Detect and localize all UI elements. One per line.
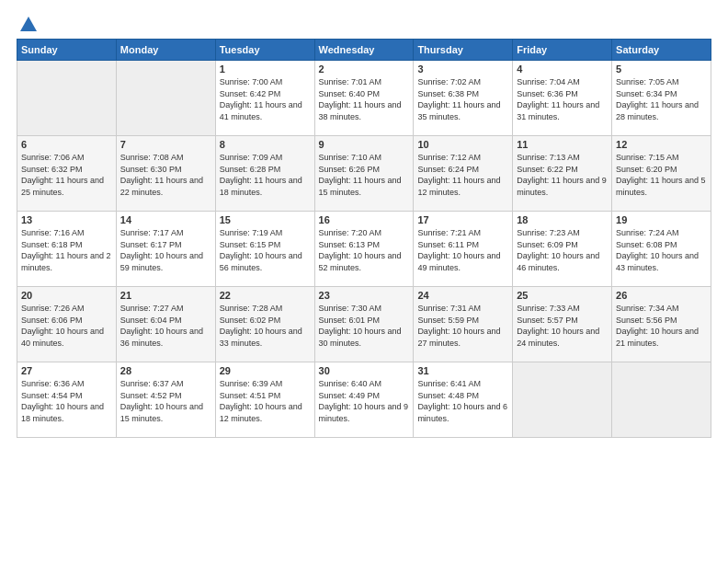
calendar-cell: 21Sunrise: 7:27 AM Sunset: 6:04 PM Dayli…: [116, 287, 215, 362]
calendar-cell: 14Sunrise: 7:17 AM Sunset: 6:17 PM Dayli…: [116, 212, 215, 287]
day-number: 13: [21, 214, 112, 225]
day-number: 10: [417, 139, 508, 150]
day-info: Sunrise: 7:05 AM Sunset: 6:34 PM Dayligh…: [616, 76, 707, 122]
calendar-cell: 15Sunrise: 7:19 AM Sunset: 6:15 PM Dayli…: [215, 212, 314, 287]
day-info: Sunrise: 7:21 AM Sunset: 6:11 PM Dayligh…: [417, 227, 508, 273]
calendar-cell: 19Sunrise: 7:24 AM Sunset: 6:08 PM Dayli…: [612, 212, 711, 287]
day-number: 3: [417, 63, 508, 75]
day-of-week-header: Saturday: [612, 40, 711, 61]
calendar-week-row: 1Sunrise: 7:00 AM Sunset: 6:42 PM Daylig…: [17, 61, 711, 136]
day-info: Sunrise: 7:24 AM Sunset: 6:08 PM Dayligh…: [616, 227, 707, 273]
day-info: Sunrise: 6:37 AM Sunset: 4:52 PM Dayligh…: [120, 378, 211, 424]
calendar-header-row: SundayMondayTuesdayWednesdayThursdayFrid…: [17, 40, 711, 61]
day-number: 5: [616, 63, 707, 75]
day-number: 6: [21, 139, 112, 150]
day-info: Sunrise: 7:02 AM Sunset: 6:38 PM Dayligh…: [417, 76, 508, 122]
calendar-cell: 30Sunrise: 6:40 AM Sunset: 4:49 PM Dayli…: [314, 362, 414, 438]
calendar-cell: 6Sunrise: 7:06 AM Sunset: 6:32 PM Daylig…: [17, 136, 117, 212]
logo-icon: [18, 15, 39, 35]
day-info: Sunrise: 7:17 AM Sunset: 6:17 PM Dayligh…: [120, 227, 211, 273]
calendar-cell: 25Sunrise: 7:33 AM Sunset: 5:57 PM Dayli…: [513, 287, 612, 362]
calendar-cell: 2Sunrise: 7:01 AM Sunset: 6:40 PM Daylig…: [314, 61, 414, 136]
day-info: Sunrise: 7:04 AM Sunset: 6:36 PM Dayligh…: [517, 76, 608, 122]
calendar-cell: 1Sunrise: 7:00 AM Sunset: 6:42 PM Daylig…: [215, 61, 314, 136]
calendar-cell: 22Sunrise: 7:28 AM Sunset: 6:02 PM Dayli…: [215, 287, 314, 362]
day-number: 23: [319, 290, 410, 301]
day-info: Sunrise: 7:09 AM Sunset: 6:28 PM Dayligh…: [220, 152, 311, 198]
day-number: 12: [616, 139, 707, 150]
calendar-cell: 9Sunrise: 7:10 AM Sunset: 6:26 PM Daylig…: [314, 136, 414, 212]
day-number: 8: [220, 139, 311, 150]
day-number: 30: [319, 365, 410, 376]
day-number: 9: [319, 139, 410, 150]
day-info: Sunrise: 6:40 AM Sunset: 4:49 PM Dayligh…: [319, 378, 410, 424]
day-number: 28: [120, 365, 211, 376]
day-of-week-header: Sunday: [17, 40, 117, 61]
calendar-cell: 23Sunrise: 7:30 AM Sunset: 6:01 PM Dayli…: [314, 287, 414, 362]
calendar-cell: 5Sunrise: 7:05 AM Sunset: 6:34 PM Daylig…: [612, 61, 711, 136]
day-info: Sunrise: 6:39 AM Sunset: 4:51 PM Dayligh…: [220, 378, 311, 424]
header: [17, 17, 711, 31]
day-info: Sunrise: 7:26 AM Sunset: 6:06 PM Dayligh…: [21, 303, 112, 349]
calendar-cell: 8Sunrise: 7:09 AM Sunset: 6:28 PM Daylig…: [215, 136, 314, 212]
day-info: Sunrise: 7:31 AM Sunset: 5:59 PM Dayligh…: [417, 303, 508, 349]
calendar-week-row: 27Sunrise: 6:36 AM Sunset: 4:54 PM Dayli…: [17, 362, 711, 438]
calendar-cell: 10Sunrise: 7:12 AM Sunset: 6:24 PM Dayli…: [414, 136, 513, 212]
day-info: Sunrise: 7:33 AM Sunset: 5:57 PM Dayligh…: [517, 303, 608, 349]
day-number: 29: [220, 365, 311, 376]
logo: [17, 17, 39, 31]
day-info: Sunrise: 7:00 AM Sunset: 6:42 PM Dayligh…: [220, 76, 311, 122]
day-number: 31: [417, 365, 508, 376]
day-of-week-header: Thursday: [414, 40, 513, 61]
calendar-cell: [612, 362, 711, 438]
calendar-cell: 26Sunrise: 7:34 AM Sunset: 5:56 PM Dayli…: [612, 287, 711, 362]
day-info: Sunrise: 7:16 AM Sunset: 6:18 PM Dayligh…: [21, 227, 112, 273]
day-info: Sunrise: 7:27 AM Sunset: 6:04 PM Dayligh…: [120, 303, 211, 349]
day-info: Sunrise: 6:41 AM Sunset: 4:48 PM Dayligh…: [417, 378, 508, 424]
day-info: Sunrise: 7:30 AM Sunset: 6:01 PM Dayligh…: [319, 303, 410, 349]
calendar-cell: 3Sunrise: 7:02 AM Sunset: 6:38 PM Daylig…: [414, 61, 513, 136]
day-info: Sunrise: 7:01 AM Sunset: 6:40 PM Dayligh…: [319, 76, 410, 122]
calendar-week-row: 6Sunrise: 7:06 AM Sunset: 6:32 PM Daylig…: [17, 136, 711, 212]
day-number: 25: [517, 290, 608, 301]
day-info: Sunrise: 7:34 AM Sunset: 5:56 PM Dayligh…: [616, 303, 707, 349]
calendar-cell: 29Sunrise: 6:39 AM Sunset: 4:51 PM Dayli…: [215, 362, 314, 438]
calendar-week-row: 20Sunrise: 7:26 AM Sunset: 6:06 PM Dayli…: [17, 287, 711, 362]
calendar-cell: 24Sunrise: 7:31 AM Sunset: 5:59 PM Dayli…: [414, 287, 513, 362]
day-number: 14: [120, 214, 211, 225]
calendar-cell: 31Sunrise: 6:41 AM Sunset: 4:48 PM Dayli…: [414, 362, 513, 438]
day-number: 15: [220, 214, 311, 225]
svg-marker-0: [20, 17, 37, 31]
calendar-cell: [116, 61, 215, 136]
day-info: Sunrise: 7:10 AM Sunset: 6:26 PM Dayligh…: [319, 152, 410, 198]
calendar-cell: [513, 362, 612, 438]
day-info: Sunrise: 7:19 AM Sunset: 6:15 PM Dayligh…: [220, 227, 311, 273]
calendar-week-row: 13Sunrise: 7:16 AM Sunset: 6:18 PM Dayli…: [17, 212, 711, 287]
day-number: 19: [616, 214, 707, 225]
day-number: 26: [616, 290, 707, 301]
day-number: 16: [319, 214, 410, 225]
day-number: 11: [517, 139, 608, 150]
day-number: 22: [220, 290, 311, 301]
day-number: 21: [120, 290, 211, 301]
calendar-cell: [17, 61, 117, 136]
day-number: 4: [517, 63, 608, 75]
day-of-week-header: Monday: [116, 40, 215, 61]
day-info: Sunrise: 7:23 AM Sunset: 6:09 PM Dayligh…: [517, 227, 608, 273]
day-info: Sunrise: 7:12 AM Sunset: 6:24 PM Dayligh…: [417, 152, 508, 198]
calendar-cell: 20Sunrise: 7:26 AM Sunset: 6:06 PM Dayli…: [17, 287, 117, 362]
day-info: Sunrise: 7:08 AM Sunset: 6:30 PM Dayligh…: [120, 152, 211, 198]
calendar-cell: 13Sunrise: 7:16 AM Sunset: 6:18 PM Dayli…: [17, 212, 117, 287]
day-of-week-header: Wednesday: [314, 40, 414, 61]
day-number: 7: [120, 139, 211, 150]
calendar-cell: 27Sunrise: 6:36 AM Sunset: 4:54 PM Dayli…: [17, 362, 117, 438]
day-number: 2: [319, 63, 410, 75]
day-number: 18: [517, 214, 608, 225]
day-of-week-header: Friday: [513, 40, 612, 61]
day-number: 27: [21, 365, 112, 376]
calendar-cell: 28Sunrise: 6:37 AM Sunset: 4:52 PM Dayli…: [116, 362, 215, 438]
day-info: Sunrise: 7:28 AM Sunset: 6:02 PM Dayligh…: [220, 303, 311, 349]
calendar-cell: 18Sunrise: 7:23 AM Sunset: 6:09 PM Dayli…: [513, 212, 612, 287]
page: SundayMondayTuesdayWednesdayThursdayFrid…: [0, 0, 728, 447]
day-number: 17: [417, 214, 508, 225]
